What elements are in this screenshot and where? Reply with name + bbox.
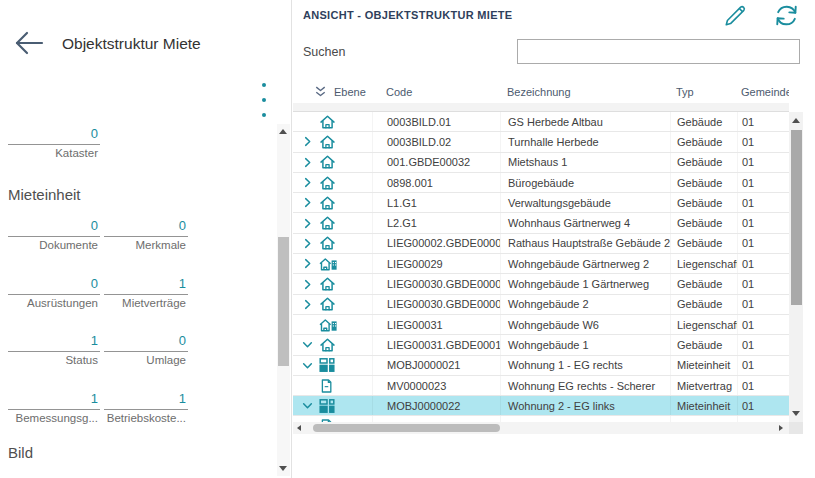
section-heading-bild: Bild bbox=[8, 444, 33, 461]
table-row[interactable]: 0003BILD.02Turnhalle HerbedeGebäude01 bbox=[293, 132, 789, 152]
collapse-all-icon[interactable] bbox=[313, 85, 328, 99]
typ-cell: Gebäude bbox=[670, 295, 737, 314]
stat-label: Mietverträge bbox=[104, 295, 188, 309]
tree-table: 0003BILD.01GS Herbede AltbauGebäude01000… bbox=[293, 112, 789, 422]
bezeichnung-cell: Wohnhaus Gärtnerweg 4 bbox=[500, 213, 670, 232]
table-row[interactable]: 0003BILD.01GS Herbede AltbauGebäude01 bbox=[293, 112, 789, 132]
table-row[interactable]: LIEG00031.GBDE00010Wohngebäude 1Gebäude0… bbox=[293, 335, 789, 355]
gemeindenr-cell: 01 bbox=[737, 295, 789, 314]
collapse-chevron-icon[interactable] bbox=[293, 400, 315, 411]
stat-tile-umlage[interactable]: 0 Umlage bbox=[104, 333, 188, 366]
typ-cell: Gebäude bbox=[670, 193, 737, 212]
back-arrow-icon bbox=[14, 42, 44, 59]
scroll-right-icon[interactable] bbox=[779, 425, 783, 431]
expand-chevron-icon[interactable] bbox=[293, 157, 315, 168]
expand-chevron-icon[interactable] bbox=[293, 299, 315, 310]
stat-tile-dokumente[interactable]: 0 Dokumente bbox=[8, 218, 100, 251]
column-header-gemeindenr[interactable]: Gemeindenr. bbox=[737, 81, 789, 103]
table-row[interactable]: MOBJ0000021Wohnung 1 - EG rechtsMieteinh… bbox=[293, 356, 789, 376]
scroll-up-icon[interactable] bbox=[279, 129, 287, 134]
estate-icon bbox=[315, 256, 372, 272]
scroll-left-icon[interactable] bbox=[297, 425, 301, 431]
sidebar-scrollbar-thumb[interactable] bbox=[278, 237, 289, 366]
table-row[interactable]: 0898.001BürogebäudeGebäude01 bbox=[293, 173, 789, 193]
collapse-chevron-icon[interactable] bbox=[293, 360, 315, 371]
stat-label: Merkmale bbox=[104, 237, 188, 251]
table-horizontal-scrollbar[interactable] bbox=[293, 422, 789, 434]
column-label: Code bbox=[386, 86, 412, 98]
typ-cell: Gebäude bbox=[670, 335, 737, 354]
column-header-bezeichnung[interactable]: Bezeichnung bbox=[500, 81, 670, 103]
table-row[interactable]: LIEG00029Wohngebäude Gärtnerweg 2Liegens… bbox=[293, 254, 789, 274]
stat-tile-status[interactable]: 1 Status bbox=[8, 333, 100, 366]
house-icon bbox=[315, 175, 372, 191]
scroll-down-icon[interactable] bbox=[279, 466, 287, 471]
table-row[interactable]: L2.G1Wohnhaus Gärtnerweg 4Gebäude01 bbox=[293, 213, 789, 233]
stat-tile-ausruestungen[interactable]: 0 Ausrüstungen bbox=[8, 276, 100, 309]
column-label: Typ bbox=[676, 86, 694, 98]
column-header-ebene[interactable]: Ebene bbox=[293, 81, 372, 103]
stat-tile-betriebskosten[interactable]: 1 Betriebskoste... bbox=[104, 391, 188, 424]
expand-chevron-icon[interactable] bbox=[293, 218, 315, 229]
house-icon bbox=[315, 195, 372, 211]
table-vertical-scrollbar-thumb[interactable] bbox=[791, 130, 802, 305]
gemeindenr-cell: 01 bbox=[737, 234, 789, 253]
expand-chevron-icon[interactable] bbox=[293, 258, 315, 269]
stat-tile-bemessungsgrundlage[interactable]: 1 Bemessungsg... bbox=[8, 391, 100, 424]
stat-value: 0 bbox=[8, 126, 100, 145]
gemeindenr-cell: 01 bbox=[737, 254, 789, 273]
stat-tile-kataster[interactable]: 0 Kataster bbox=[8, 126, 100, 159]
house-icon bbox=[315, 134, 372, 150]
code-cell: LIEG00029 bbox=[372, 254, 500, 273]
stat-value: 1 bbox=[104, 391, 188, 410]
scroll-down-icon[interactable] bbox=[792, 411, 800, 416]
sidebar: Objektstruktur Miete 0 Kataster Mieteinh… bbox=[0, 0, 292, 478]
typ-cell: Liegenschaft bbox=[670, 254, 737, 273]
bezeichnung-cell: Rathaus Hauptstraße Gebäude 2 bbox=[500, 234, 670, 253]
table-row[interactable]: LIEG00002.GBDE00004Rathaus Hauptstraße G… bbox=[293, 234, 789, 254]
code-cell: LIEG00002.GBDE00004 bbox=[372, 234, 500, 253]
more-options-button[interactable] bbox=[257, 83, 271, 117]
typ-cell: Gebäude bbox=[670, 234, 737, 253]
table-row[interactable]: MV0000023Wohnung EG rechts - SchererMiet… bbox=[293, 376, 789, 396]
table-row[interactable]: LIEG00030.GBDE00008Wohngebäude 2Gebäude0… bbox=[293, 295, 789, 315]
refresh-icon bbox=[773, 17, 800, 32]
scroll-up-icon[interactable] bbox=[792, 118, 800, 123]
column-header-code[interactable]: Code bbox=[372, 81, 500, 103]
stat-label: Bemessungsg... bbox=[8, 410, 100, 424]
expand-chevron-icon[interactable] bbox=[293, 177, 315, 188]
bezeichnung-cell: GS Herbede Altbau bbox=[500, 112, 670, 131]
units-icon bbox=[315, 357, 372, 373]
expand-chevron-icon[interactable] bbox=[293, 197, 315, 208]
table-row[interactable]: MOBJ0000022Wohnung 2 - EG linksMieteinhe… bbox=[293, 396, 789, 416]
expand-chevron-icon[interactable] bbox=[293, 136, 315, 147]
bezeichnung-cell: Wohngebäude 2 bbox=[500, 295, 670, 314]
sidebar-scrollbar[interactable] bbox=[277, 124, 290, 476]
stat-value: 0 bbox=[8, 218, 100, 237]
edit-button[interactable] bbox=[720, 2, 750, 32]
code-cell: 0898.001 bbox=[372, 173, 500, 192]
stat-value: 0 bbox=[8, 276, 100, 295]
collapse-chevron-icon[interactable] bbox=[293, 339, 315, 350]
table-row[interactable]: 001.GBDE00032Mietshaus 1Gebäude01 bbox=[293, 153, 789, 173]
gemeindenr-cell: 01 bbox=[737, 153, 789, 172]
table-row[interactable]: L1.G1VerwaltungsgebäudeGebäude01 bbox=[293, 193, 789, 213]
stat-tile-merkmale[interactable]: 0 Merkmale bbox=[104, 218, 188, 251]
expand-chevron-icon[interactable] bbox=[293, 279, 315, 290]
estate-icon bbox=[315, 317, 372, 333]
gemeindenr-cell: 01 bbox=[737, 274, 789, 293]
expand-chevron-icon[interactable] bbox=[293, 238, 315, 249]
search-input[interactable] bbox=[517, 39, 800, 64]
table-vertical-scrollbar[interactable] bbox=[789, 112, 803, 422]
code-cell: L2.G1 bbox=[372, 213, 500, 232]
table-row[interactable]: LIEG00030.GBDE00007Wohngebäude 1 Gärtner… bbox=[293, 274, 789, 294]
code-cell: LIEG00031 bbox=[372, 315, 500, 334]
table-horizontal-scrollbar-thumb[interactable] bbox=[313, 424, 500, 432]
stat-label: Status bbox=[8, 352, 100, 366]
column-header-typ[interactable]: Typ bbox=[670, 81, 737, 103]
stat-tile-mietvertraege[interactable]: 1 Mietverträge bbox=[104, 276, 188, 309]
table-row[interactable]: LIEG00031Wohngebäude W6Liegenschaft01 bbox=[293, 315, 789, 335]
house-icon bbox=[315, 296, 372, 312]
refresh-button[interactable] bbox=[771, 2, 801, 32]
back-button[interactable] bbox=[14, 30, 46, 58]
